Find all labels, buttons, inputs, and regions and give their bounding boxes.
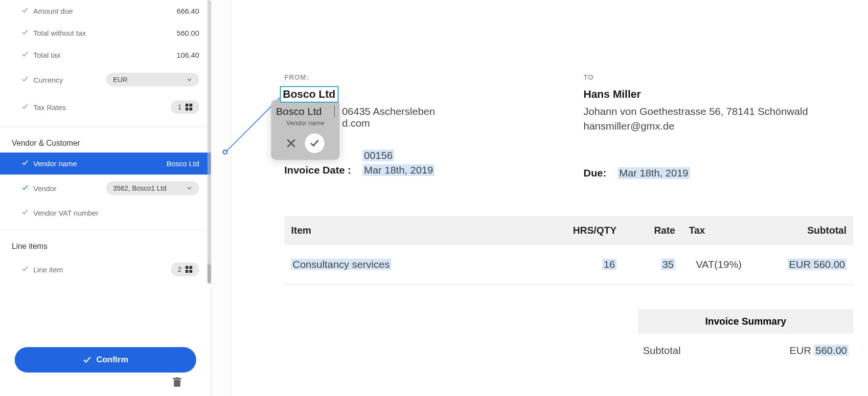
scrollbar[interactable]: [206, 0, 211, 284]
field-tax-rates[interactable]: Tax Rates 1: [0, 93, 211, 121]
vendor-value: 3562, Bosco1 Ltd: [113, 184, 166, 192]
svg-rect-3: [189, 108, 192, 110]
count: 1: [178, 103, 182, 111]
from-email-partial: d.com: [342, 117, 370, 129]
field-label: Total without tax: [33, 29, 177, 37]
field-vendor-vat[interactable]: Vendor VAT number: [0, 202, 211, 224]
check-icon: [310, 138, 320, 148]
summary-subtotal-value: 560.00: [814, 345, 848, 356]
svg-rect-6: [185, 270, 188, 273]
field-total-without-tax[interactable]: Total without tax 560.00: [0, 22, 211, 44]
popup-field-name: Vendor name: [276, 119, 335, 127]
svg-rect-8: [174, 379, 180, 386]
chevron-down-icon: [186, 77, 192, 83]
check-icon: [83, 355, 91, 364]
svg-rect-10: [176, 377, 179, 378]
cell-subtotal: EUR 560.00: [788, 259, 846, 270]
due-label: Due:: [584, 167, 618, 179]
popup-cancel-button[interactable]: [286, 138, 296, 148]
field-value: 106.40: [177, 51, 199, 59]
field-label: Tax Rates: [33, 103, 171, 111]
cell-qty: 16: [602, 259, 617, 270]
cell-tax: VAT(19%): [682, 245, 755, 285]
confirm-label: Confirm: [96, 355, 128, 365]
to-name: Hans Miller: [584, 88, 854, 101]
from-label: FROM:: [284, 73, 554, 81]
to-email: hansmiller@gmx.de: [584, 120, 854, 132]
th-item: Item: [284, 216, 545, 245]
field-value: 560.00: [177, 29, 199, 37]
field-amount-due[interactable]: Amount due 666.40: [0, 0, 211, 22]
popup-confirm-button[interactable]: [305, 133, 324, 153]
field-value: Bosco Ltd: [166, 159, 199, 168]
check-icon: [22, 76, 28, 84]
cell-item: Consultancy services: [291, 259, 391, 270]
check-icon: [22, 103, 28, 111]
count: 2: [178, 265, 182, 273]
invoice-table: Item HRS/QTY Rate Tax Subtotal Consultan…: [284, 216, 853, 285]
trash-icon: [173, 377, 182, 387]
vendor-select[interactable]: 3562, Bosco1 Ltd: [106, 181, 199, 195]
due-date: Mar 18th, 2019: [618, 167, 690, 179]
to-address: Johann von Goethestrasse 56, 78141 Schön…: [584, 106, 854, 117]
svg-rect-7: [189, 270, 192, 273]
summary-title: Invoice Summary: [638, 309, 853, 334]
check-icon: [22, 51, 28, 59]
chevron-down-icon: [186, 185, 192, 191]
invoice-date: Mar 18th, 2019: [363, 164, 434, 176]
currency-value: EUR: [113, 76, 128, 84]
field-currency[interactable]: Currency EUR: [0, 66, 211, 93]
to-label: TO: [584, 73, 854, 81]
check-icon: [22, 159, 28, 168]
to-block: TO Hans Miller Johann von Goethestrasse …: [584, 73, 854, 182]
table-row: Consultancy services 16 35 VAT(19%) EUR …: [284, 245, 853, 285]
summary-subtotal-label: Subtotal: [643, 345, 681, 356]
field-line-item[interactable]: Line item 2: [0, 256, 211, 283]
sidebar: Amount due 666.40 Total without tax 560.…: [0, 0, 211, 396]
th-rate: Rate: [623, 216, 682, 245]
svg-rect-4: [185, 266, 188, 269]
edit-popup: Vendor name: [271, 100, 340, 160]
field-vendor-name[interactable]: Vendor name Bosco Ltd: [0, 153, 211, 175]
field-vendor[interactable]: Vendor 3562, Bosco1 Ltd: [0, 175, 211, 202]
th-subtotal: Subtotal: [755, 216, 853, 245]
invoice-date-label: Invoice Date :: [284, 164, 363, 176]
selection-box-vendor-name[interactable]: Bosco Ltd: [280, 86, 339, 103]
connector-dot: [223, 150, 228, 154]
tax-rates-badge[interactable]: 1: [171, 100, 199, 114]
field-total-tax[interactable]: Total tax 106.40: [0, 44, 211, 66]
document-viewer: FROM: Bosco Ltd XXXXXXXX 06435 Aschersle…: [211, 0, 868, 396]
line-item-badge[interactable]: 2: [171, 263, 199, 276]
from-address-partial: 06435 Aschersleben: [342, 106, 435, 117]
field-label: Vendor: [33, 184, 106, 193]
field-value: 666.40: [177, 7, 199, 15]
check-icon: [22, 265, 28, 274]
svg-rect-1: [189, 104, 192, 107]
section-line-items: Line items: [0, 230, 211, 256]
invoice-summary: Invoice Summary Subtotal EUR 560.00: [638, 309, 853, 356]
field-label: Vendor name: [33, 159, 166, 168]
svg-rect-0: [185, 104, 188, 107]
check-icon: [22, 184, 28, 193]
popup-input[interactable]: [276, 106, 335, 117]
section-vendor-customer: Vendor & Customer: [0, 127, 211, 153]
invoice-number: 00156: [363, 150, 394, 161]
check-icon: [22, 7, 28, 15]
th-qty: HRS/QTY: [545, 216, 623, 245]
check-icon: [22, 209, 28, 217]
grid-icon: [185, 104, 192, 110]
field-label: Line item: [33, 265, 171, 274]
cell-rate: 35: [661, 259, 675, 270]
summary-subtotal-prefix: EUR: [790, 345, 814, 356]
field-label: Currency: [33, 76, 106, 84]
svg-rect-2: [185, 108, 188, 110]
delete-button[interactable]: [173, 377, 182, 389]
confirm-button[interactable]: Confirm: [15, 347, 196, 373]
currency-select[interactable]: EUR: [106, 73, 199, 87]
field-label: Vendor VAT number: [33, 209, 199, 217]
field-label: Amount due: [33, 7, 177, 15]
svg-rect-5: [189, 266, 192, 269]
th-tax: Tax: [682, 216, 755, 245]
field-label: Total tax: [33, 51, 177, 59]
check-icon: [22, 29, 28, 37]
